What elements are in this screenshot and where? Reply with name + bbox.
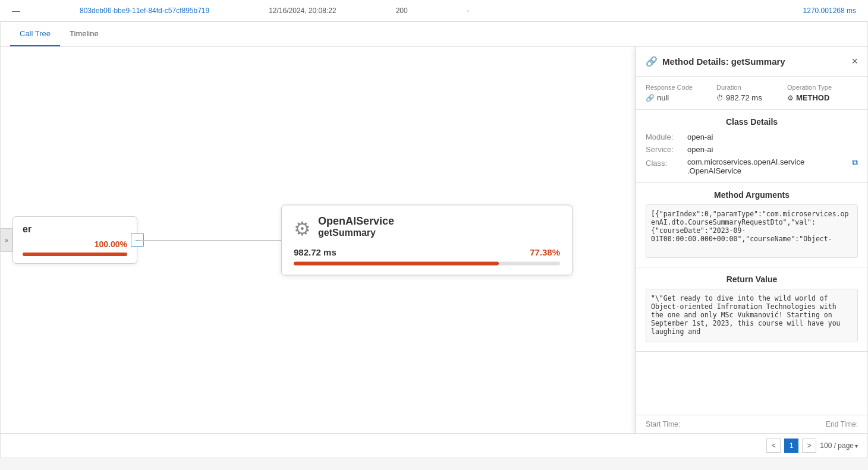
duration-label: Duration <box>716 84 787 91</box>
tab-timeline[interactable]: Timeline <box>60 22 108 46</box>
gear-icon: ⚙ <box>294 217 311 240</box>
panel-response-code: Response Code 🔗 null <box>646 84 716 102</box>
clock-icon: ⏱ <box>716 94 724 102</box>
service-value: open-ai <box>687 145 713 154</box>
tabs-bar: Call Tree Timeline <box>1 22 867 47</box>
chevron-down-icon: ▾ <box>855 443 858 449</box>
operation-type-value: METHOD <box>796 93 829 102</box>
duration-value: 982.72 ms <box>726 93 762 102</box>
method-arguments-textarea[interactable]: [{"parIndex":0,"paramType":"com.microser… <box>646 204 858 258</box>
right-node-pct: 77.38% <box>530 247 560 257</box>
method-arguments-section: Method Arguments [{"parIndex":0,"paramTy… <box>636 183 867 267</box>
panel-metrics-row: Response Code 🔗 null Duration ⏱ 982.72 m… <box>636 77 867 110</box>
left-node-metrics: 100.00% <box>23 239 127 249</box>
right-node-progress <box>294 262 560 266</box>
status-code: 200 <box>396 7 408 15</box>
separator: - <box>467 7 470 15</box>
end-time-label: End Time: <box>826 420 858 428</box>
panel-title: Method Details: getSummary <box>662 56 785 67</box>
left-node-card: er 100.00% − <box>12 216 137 264</box>
method-details-panel: 🔗 Method Details: getSummary × Response … <box>636 47 867 433</box>
next-page-button[interactable]: > <box>802 439 816 453</box>
panel-bottom-row: Start Time: End Time: <box>636 415 867 433</box>
method-arguments-title: Method Arguments <box>646 190 858 200</box>
panel-link-icon: 🔗 <box>646 56 658 67</box>
class-value: com.microservices.openAI.service.OpenAIS… <box>687 157 850 175</box>
right-node-metrics: 982.72 ms 77.38% <box>294 247 560 257</box>
panel-header: 🔗 Method Details: getSummary × <box>636 47 867 77</box>
tab-call-tree[interactable]: Call Tree <box>10 22 60 46</box>
panel-close-button[interactable]: × <box>851 55 858 68</box>
module-label: Module: <box>646 133 687 141</box>
right-node-time: 982.72 ms <box>294 247 336 257</box>
return-value-section: Return Value "\"Get ready to dive into t… <box>636 267 867 352</box>
start-time-label: Start Time: <box>646 420 680 428</box>
call-tree-area: » er 100.00% − ⚙ OpenAIService getSummar… <box>1 47 867 433</box>
left-node-title: er <box>23 224 127 235</box>
class-label: Class: <box>646 159 687 168</box>
class-details-title: Class Details <box>646 117 858 127</box>
right-node-service: OpenAIService <box>318 215 394 228</box>
prev-page-button[interactable]: < <box>766 439 781 453</box>
timestamp: 12/16/2024, 20:08:22 <box>269 7 336 15</box>
panel-operation-type: Operation Type ⚙ METHOD <box>787 84 858 102</box>
left-node-progress <box>23 253 127 256</box>
return-value-textarea[interactable]: "\"Get ready to dive into the wild world… <box>646 289 858 342</box>
pagination-bar: < 1 > 100 / page ▾ <box>1 433 867 458</box>
trace-id: 803deb06-bbe9-11ef-84fd-c57cf895b719 <box>80 7 209 15</box>
response-code-label: Response Code <box>646 84 716 91</box>
panel-duration: Duration ⏱ 982.72 ms <box>716 84 787 102</box>
module-value: open-ai <box>687 133 713 141</box>
per-page-select[interactable]: 100 / page ▾ <box>820 441 858 450</box>
collapse-button[interactable]: » <box>1 228 12 252</box>
left-node-progress-fill <box>23 253 127 256</box>
link-icon-small: 🔗 <box>646 94 655 102</box>
copy-icon[interactable]: ⧉ <box>852 157 858 168</box>
return-value-title: Return Value <box>646 275 858 284</box>
page-1-button[interactable]: 1 <box>784 439 798 453</box>
class-details-section: Class Details Module: open-ai Service: o… <box>636 110 867 183</box>
row-minus: — <box>12 6 20 15</box>
service-label: Service: <box>646 145 687 154</box>
left-node-percentage: 100.00% <box>95 239 127 249</box>
total-duration: 1270.001268 ms <box>803 7 856 15</box>
main-container: Call Tree Timeline » er 100.00% − ⚙ <box>0 21 868 458</box>
right-node-card[interactable]: ⚙ OpenAIService getSummary 982.72 ms 77.… <box>281 205 573 276</box>
right-node-method: getSummary <box>318 228 394 238</box>
operation-type-label: Operation Type <box>787 84 858 91</box>
right-node-progress-fill <box>294 262 499 266</box>
connector-line <box>139 240 281 241</box>
gear-icon-small: ⚙ <box>787 94 794 102</box>
response-code-value: null <box>657 93 669 102</box>
